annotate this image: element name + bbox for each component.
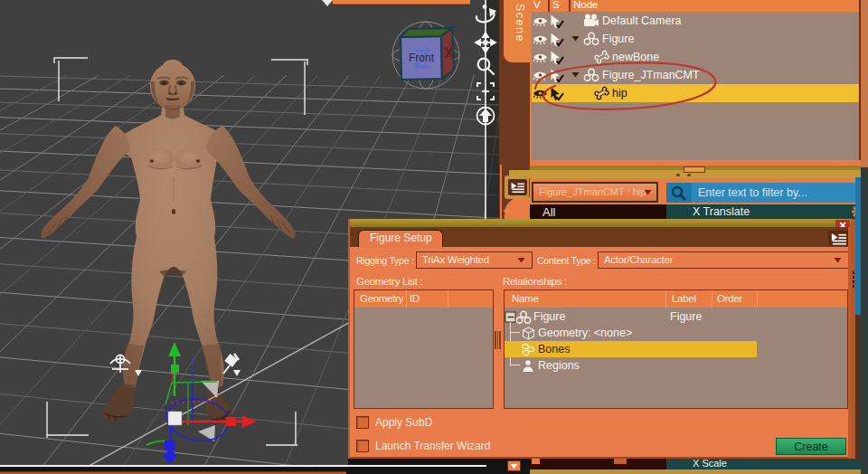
svg-text:X: X bbox=[443, 44, 455, 62]
svg-text:Front: Front bbox=[409, 52, 435, 64]
